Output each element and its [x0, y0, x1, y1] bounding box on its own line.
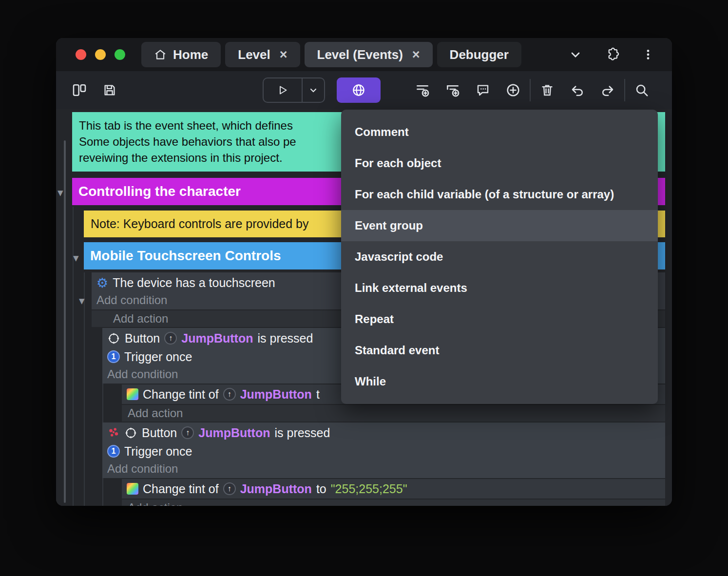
menu-item-label: Event group — [355, 219, 423, 232]
play-preview-button[interactable] — [264, 78, 302, 102]
vertical-scrollbar[interactable] — [64, 140, 66, 503]
condition-text: Trigger once — [124, 444, 192, 459]
tab-label: Debugger — [450, 47, 509, 62]
preview-button-group — [263, 77, 325, 103]
menu-item-standard-event[interactable]: Standard event — [341, 335, 658, 366]
action-change-tint-2[interactable]: Change tint of ↑ JumpButton to "255;255;… — [122, 479, 665, 499]
button-crosshair-icon — [124, 426, 137, 440]
titlebar: Home Level × Level (Events) × Debugger — [56, 38, 672, 71]
object-name: JumpButton — [240, 387, 312, 402]
group-title: Mobile Touchscreen Controls — [90, 248, 281, 264]
menu-item-label: For each child variable (of a structure … — [355, 188, 614, 201]
add-condition-link[interactable]: Add condition — [96, 293, 167, 307]
close-window-button[interactable] — [76, 49, 86, 60]
condition-word: Button — [142, 426, 177, 440]
menu-item-while[interactable]: While — [341, 366, 658, 397]
condition-row[interactable]: 1 Trigger once — [107, 442, 660, 461]
menu-item-javascript-code[interactable]: Javascript code — [341, 241, 658, 272]
add-event-icon[interactable] — [412, 79, 433, 101]
condition-suffix: is pressed — [274, 426, 330, 440]
add-action-link[interactable]: Add action — [128, 406, 183, 420]
menu-item-for-each-object[interactable]: For each object — [341, 148, 658, 179]
extensions-puzzle-icon[interactable] — [605, 47, 619, 62]
menu-item-link-external-events[interactable]: Link external events — [341, 272, 658, 304]
tab-label: Level — [238, 47, 270, 62]
tint-gradient-icon — [127, 483, 138, 495]
event-tools — [412, 79, 524, 101]
menu-item-comment[interactable]: Comment — [341, 116, 658, 148]
action-text: Change tint of — [143, 387, 219, 402]
event-jumpbutton-pressed-2[interactable]: Button ↑ JumpButton is pressed 1 Trigger… — [102, 422, 665, 478]
add-action-link[interactable]: Add action — [128, 501, 183, 506]
add-condition-link[interactable]: Add condition — [107, 367, 178, 381]
button-crosshair-icon — [107, 332, 120, 345]
jumpbutton-object-icon: ↑ — [223, 388, 236, 401]
zoom-window-button[interactable] — [115, 49, 125, 60]
collapse-group-icon[interactable]: ▾ — [57, 187, 63, 198]
close-tab-icon[interactable]: × — [280, 48, 287, 61]
red-splat-icon — [107, 426, 120, 439]
network-preview-button[interactable] — [337, 77, 381, 103]
app-window: Home Level × Level (Events) × Debugger — [56, 38, 672, 506]
save-icon[interactable] — [99, 79, 120, 101]
tab-level-events[interactable]: Level (Events) × — [305, 42, 433, 67]
menu-item-label: Standard event — [355, 344, 439, 357]
menu-item-for-each-child-variable[interactable]: For each child variable (of a structure … — [341, 179, 658, 210]
action-value: "255;255;255" — [331, 482, 407, 496]
titlebar-actions — [569, 47, 672, 62]
minimize-window-button[interactable] — [95, 49, 106, 60]
traffic-lights — [76, 49, 125, 60]
condition-suffix: is pressed — [257, 331, 313, 346]
trigger-once-icon: 1 — [107, 350, 120, 363]
jumpbutton-object-icon: ↑ — [223, 482, 236, 495]
undo-icon[interactable] — [567, 79, 588, 101]
tint-gradient-icon — [127, 388, 138, 400]
add-comment-icon[interactable] — [472, 79, 494, 101]
search-icon[interactable] — [631, 79, 652, 101]
menu-item-label: Repeat — [355, 312, 394, 326]
note-text: Note: Keyboard controls are provided by — [91, 217, 308, 231]
action-tail: t — [316, 387, 320, 402]
menu-item-label: For each object — [355, 156, 441, 170]
panels-layout-icon[interactable] — [69, 79, 90, 101]
tab-debugger[interactable]: Debugger — [437, 42, 521, 67]
redo-icon[interactable] — [597, 79, 618, 101]
chevron-down-icon[interactable] — [569, 48, 582, 61]
trigger-once-icon: 1 — [107, 445, 120, 458]
delete-trash-icon[interactable] — [536, 79, 558, 101]
menu-item-label: Javascript code — [355, 250, 443, 264]
add-event-context-menu: Comment For each object For each child v… — [341, 110, 658, 404]
toolbar — [56, 71, 672, 109]
tab-label: Level (Events) — [317, 47, 403, 62]
jumpbutton-object-icon: ↑ — [181, 426, 194, 439]
tab-bar: Home Level × Level (Events) × Debugger — [141, 42, 521, 67]
jumpbutton-object-icon: ↑ — [164, 332, 177, 345]
home-icon — [154, 48, 167, 61]
condition-text: Trigger once — [124, 350, 192, 364]
menu-item-label: Comment — [355, 125, 409, 139]
condition-row[interactable]: Button ↑ JumpButton is pressed — [107, 423, 660, 442]
circle-plus-icon[interactable] — [502, 79, 524, 101]
preview-options-chevron-icon[interactable] — [303, 78, 324, 102]
add-action-link[interactable]: Add action — [113, 312, 168, 326]
action-text: Change tint of — [143, 482, 219, 496]
menu-item-event-group[interactable]: Event group — [341, 210, 658, 241]
object-name: JumpButton — [181, 331, 253, 346]
close-tab-icon[interactable]: × — [412, 48, 420, 61]
condition-word: Button — [125, 331, 160, 346]
menu-item-label: Link external events — [355, 281, 467, 295]
gear-icon: ⚙ — [96, 276, 108, 289]
tab-level[interactable]: Level × — [225, 42, 300, 67]
add-subevent-icon[interactable] — [442, 79, 463, 101]
action-text: to — [316, 482, 326, 496]
condition-text: The device has a touchscreen — [113, 276, 275, 290]
add-condition-link[interactable]: Add condition — [107, 462, 178, 476]
menu-item-label: While — [355, 375, 386, 388]
menu-item-repeat[interactable]: Repeat — [341, 304, 658, 335]
tab-home[interactable]: Home — [141, 42, 221, 67]
kebab-menu-icon[interactable] — [642, 48, 654, 61]
group-title: Controlling the character — [78, 184, 241, 199]
object-name: JumpButton — [240, 482, 312, 496]
tab-label: Home — [173, 47, 208, 62]
object-name: JumpButton — [198, 426, 270, 440]
